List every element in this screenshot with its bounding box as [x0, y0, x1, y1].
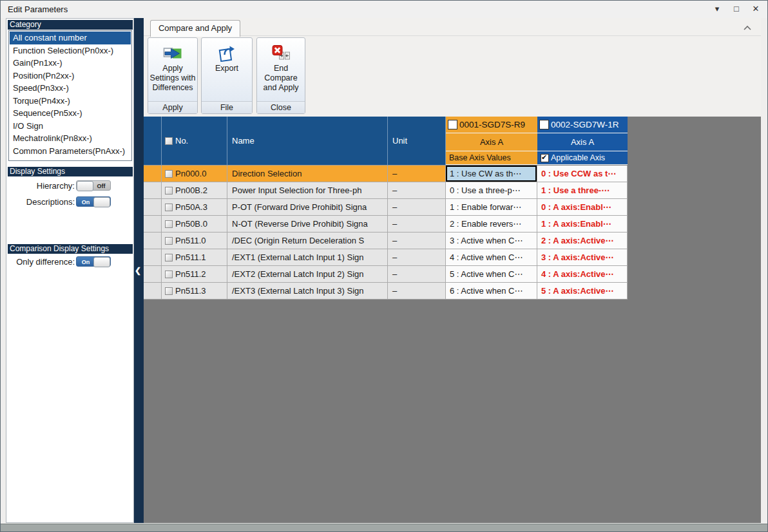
base-axis-value-cell[interactable]: 5 : Active when C⋯	[446, 266, 537, 283]
row-checkbox[interactable]	[165, 220, 173, 228]
base-axis-value-cell[interactable]: 2 : Enable revers⋯	[446, 216, 537, 233]
table-row[interactable]: Pn511.1 /EXT1 (External Latch Input 1) S…	[144, 249, 628, 266]
descriptions-toggle[interactable]: On	[76, 196, 111, 207]
category-item-torque[interactable]: Torque(Pn4xx-)	[10, 95, 131, 108]
applicable-axis-checkbox[interactable]	[541, 154, 549, 162]
apply-settings-icon	[163, 38, 182, 62]
row-gutter	[144, 216, 162, 233]
param-no: Pn50B.0	[175, 219, 207, 229]
table-row[interactable]: Pn511.2 /EXT2 (External Latch Input 2) S…	[144, 266, 628, 283]
table-row[interactable]: Pn50A.3 P-OT (Forward Drive Prohibit) Si…	[144, 199, 628, 216]
param-name-cell: P-OT (Forward Drive Prohibit) Signa	[227, 199, 388, 216]
compare-axis-value-cell[interactable]: 5 : A axis:Active⋯	[537, 283, 628, 299]
row-checkbox[interactable]	[165, 254, 173, 261]
param-name-cell: Direction Selection	[227, 166, 388, 182]
compare-axis-value-cell[interactable]: 0 : A axis:Enabl⋯	[537, 199, 628, 216]
base-axis-value-cell[interactable]: 3 : Active when C⋯	[446, 233, 537, 249]
device2-checkbox[interactable]	[539, 120, 549, 129]
param-no: Pn511.3	[175, 286, 206, 296]
category-item-speed[interactable]: Speed(Pn3xx-)	[10, 82, 131, 95]
title-bar: Edit Parameters ▾ □ ✕	[1, 1, 767, 18]
window-menu-icon[interactable]: ▾	[712, 3, 722, 15]
maximize-icon[interactable]: □	[731, 3, 742, 15]
hierarchy-label: Hierarchy:	[37, 181, 75, 191]
row-checkbox[interactable]	[165, 204, 173, 211]
category-item-position[interactable]: Position(Pn2xx-)	[10, 70, 131, 82]
row-checkbox[interactable]	[165, 237, 173, 245]
export-button[interactable]: Export File	[201, 37, 253, 114]
category-item-all-constant-number[interactable]: All constant number	[10, 32, 131, 44]
comparison-canvas: No. Name Unit 0001-SGD7S-R9 Axis A Base …	[144, 117, 761, 523]
select-all-checkbox[interactable]	[165, 137, 173, 145]
row-checkbox[interactable]	[165, 187, 173, 195]
base-axis-value-cell[interactable]: 1 : Enable forwar⋯	[446, 199, 537, 216]
param-no: Pn50A.3	[175, 202, 207, 212]
table-row[interactable]: Pn00B.2 Power Input Selection for Three-…	[144, 182, 628, 199]
param-no-cell: Pn511.2	[162, 266, 227, 283]
param-name-cell: /DEC (Origin Return Deceleration S	[227, 233, 388, 249]
param-no: Pn511.2	[175, 269, 206, 279]
category-item-gain[interactable]: Gain(Pn1xx-)	[10, 57, 131, 70]
param-name-cell: N-OT (Reverse Drive Prohibit) Signa	[227, 216, 388, 233]
toggle-knob	[93, 197, 110, 207]
base-axis-value-cell[interactable]: 0 : Use a three-p⋯	[446, 182, 537, 199]
compare-axis-value-cell[interactable]: 1 : Use a three-⋯	[537, 182, 628, 199]
descriptions-setting-row: Descriptions: On	[8, 196, 111, 207]
unit-column-header: Unit	[388, 117, 446, 166]
param-unit-cell: –	[388, 199, 446, 216]
end-compare-label: End Compare and Apply	[257, 62, 305, 101]
param-name-cell: /EXT2 (External Latch Input 2) Sign	[227, 266, 388, 283]
file-group-label: File	[202, 101, 252, 113]
base-axis-value-cell[interactable]: 1 : Use CW as th⋯	[446, 166, 537, 182]
window-bottom-edge	[1, 524, 767, 532]
device2-header: 0002-SGD7W-1R Axis A Applicable Axis	[537, 117, 628, 166]
base-axis-value-cell[interactable]: 4 : Active when C⋯	[446, 249, 537, 266]
category-item-function-selection[interactable]: Function Selection(Pn0xx-)	[10, 44, 131, 57]
table-row[interactable]: Pn000.0 Direction Selection – 1 : Use CW…	[144, 166, 628, 182]
gutter-header-cell	[144, 117, 162, 166]
category-item-mechatrolink[interactable]: Mechatrolink(Pn8xx-)	[10, 132, 131, 145]
device1-header: 0001-SGD7S-R9 Axis A Base Axis Values	[446, 117, 537, 166]
compare-axis-value-cell[interactable]: 2 : A axis:Active⋯	[537, 233, 628, 249]
end-compare-and-apply-button[interactable]: End Compare and Apply Close	[256, 37, 305, 114]
only-difference-toggle[interactable]: On	[76, 256, 111, 267]
row-checkbox[interactable]	[165, 287, 173, 295]
device1-axis-row: Axis A	[446, 133, 537, 151]
table-header: No. Name Unit 0001-SGD7S-R9 Axis A Base …	[144, 117, 628, 166]
close-icon[interactable]: ✕	[751, 3, 761, 15]
compare-axis-value-cell[interactable]: 1 : A axis:Enabl⋯	[537, 216, 628, 233]
row-checkbox[interactable]	[165, 271, 173, 278]
only-difference-label: Only difference:	[16, 257, 75, 267]
category-listbox[interactable]: All constant number Function Selection(P…	[8, 30, 132, 161]
compare-axis-value-cell[interactable]: 3 : A axis:Active⋯	[537, 249, 628, 266]
row-gutter	[144, 166, 162, 182]
row-gutter	[144, 182, 162, 199]
compare-axis-value-cell[interactable]: 0 : Use CCW as t⋯	[537, 166, 628, 182]
param-name-cell: /EXT3 (External Latch Input 3) Sign	[227, 283, 388, 299]
ribbon-tabstrip: Compare and Apply	[144, 18, 761, 36]
row-checkbox[interactable]	[165, 170, 173, 178]
sidebar-collapse-icon[interactable]: ❮	[135, 266, 141, 275]
param-no-cell: Pn00B.2	[162, 182, 227, 199]
tab-compare-and-apply[interactable]: Compare and Apply	[150, 20, 240, 37]
table-row[interactable]: Pn511.0 /DEC (Origin Return Deceleration…	[144, 233, 628, 249]
category-item-common-parameters[interactable]: Common Parameters(PnAxx-)	[10, 145, 131, 158]
no-header-label: No.	[175, 136, 188, 146]
category-item-io-sign[interactable]: I/O Sign	[10, 120, 131, 133]
export-icon	[217, 38, 236, 62]
compare-axis-value-cell[interactable]: 4 : A axis:Active⋯	[537, 266, 628, 283]
sidebar-collapse-strip: ❮	[134, 18, 144, 523]
base-axis-value-cell[interactable]: 6 : Active when C⋯	[446, 283, 537, 299]
toggle-knob	[77, 181, 93, 191]
export-label: Export	[202, 62, 252, 101]
category-item-sequence[interactable]: Sequence(Pn5xx-)	[10, 107, 131, 120]
param-name-cell: Power Input Selection for Three-ph	[227, 182, 388, 199]
ribbon-collapse-icon[interactable]	[742, 23, 753, 33]
device1-checkbox[interactable]	[448, 120, 457, 129]
table-row[interactable]: Pn50B.0 N-OT (Reverse Drive Prohibit) Si…	[144, 216, 628, 233]
apply-settings-with-differences-button[interactable]: Apply Settings with Differences Apply	[148, 37, 198, 114]
window-title: Edit Parameters	[8, 5, 68, 14]
table-row[interactable]: Pn511.3 /EXT3 (External Latch Input 3) S…	[144, 283, 628, 299]
param-name-cell: /EXT1 (External Latch Input 1) Sign	[227, 249, 388, 266]
hierarchy-toggle[interactable]: Off	[76, 180, 111, 191]
